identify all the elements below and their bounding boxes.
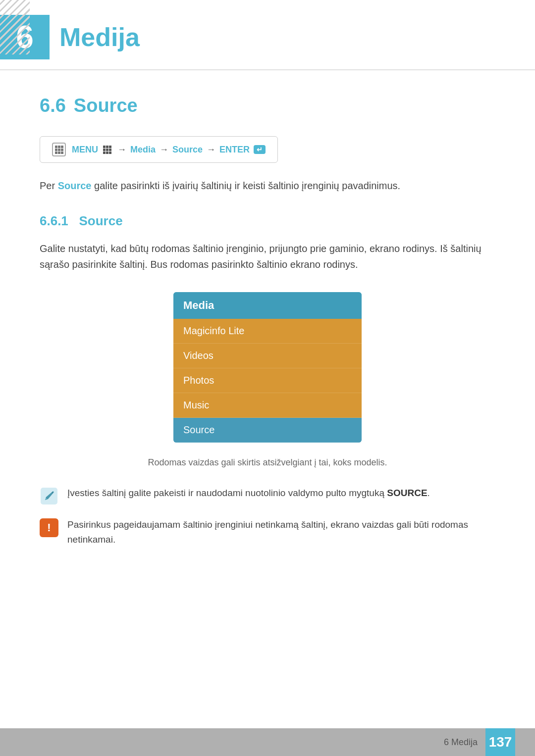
menu-enter-label: ENTER — [219, 145, 250, 155]
arrow2: → — [160, 145, 168, 155]
subsection-number: 6.6.1 — [40, 213, 68, 228]
note-row-2: ! Pasirinkus pageidaujamam šaltinio įren… — [40, 517, 495, 548]
section-title: 6.6 Source — [40, 95, 495, 116]
subsection-body: Galite nustatyti, kad būtų rodomas šalti… — [40, 241, 495, 272]
intro-bold: Source — [58, 180, 92, 191]
stripe-decoration — [0, 0, 30, 54]
grid-icon — [103, 146, 111, 154]
main-content: 6.6 Source MENU → Media → Source → ENTER… — [0, 70, 535, 587]
menu-source: Source — [172, 145, 203, 155]
intro-text: Per Source galite pasirinkti iš įvairių … — [40, 178, 495, 194]
pencil-icon — [40, 487, 58, 505]
menu-item-photos: Photos — [173, 368, 362, 393]
note-container: Įvesties šaltinį galite pakeisti ir naud… — [40, 486, 495, 548]
note-row-1: Įvesties šaltinį galite pakeisti ir naud… — [40, 486, 495, 505]
arrow3: → — [207, 145, 215, 155]
media-menu: Media Magicinfo Lite Videos Photos Music… — [173, 292, 362, 443]
enter-icon: ↵ — [254, 145, 266, 154]
subsection-title: 6.6.1 Source — [40, 213, 495, 229]
caption-text: Rodomas vaizdas gali skirtis atsižvelgia… — [40, 457, 495, 468]
page-footer: 6 Medija 137 — [0, 728, 535, 756]
menu-item-music: Music — [173, 393, 362, 418]
menu-item-videos: Videos — [173, 344, 362, 368]
footer-chapter-label: 6 Medija — [444, 737, 478, 748]
menu-item-magicinfo: Magicinfo Lite — [173, 319, 362, 344]
footer-page-number: 137 — [485, 728, 515, 756]
section-number: 6.6 — [40, 95, 66, 116]
exclaim-icon: ! — [40, 518, 58, 537]
media-menu-container: Media Magicinfo Lite Videos Photos Music… — [40, 292, 495, 443]
menu-label: MENU — [72, 145, 98, 155]
menu-media: Media — [130, 145, 156, 155]
menu-item-source: Source — [173, 418, 362, 443]
chapter-title: Medija — [59, 22, 140, 52]
menu-icon — [52, 143, 66, 156]
arrow1: → — [117, 145, 126, 155]
subsection-title-text: Source — [79, 213, 123, 228]
menu-path-box: MENU → Media → Source → ENTER ↵ — [40, 136, 278, 163]
source-bold: SOURCE — [387, 488, 427, 498]
chapter-header: 6 Medija — [0, 0, 535, 70]
note-text-2: Pasirinkus pageidaujamam šaltinio įrengi… — [67, 517, 495, 548]
section-title-text: Source — [74, 95, 138, 116]
note-text-1: Įvesties šaltinį galite pakeisti ir naud… — [67, 486, 430, 501]
media-menu-header: Media — [173, 292, 362, 319]
